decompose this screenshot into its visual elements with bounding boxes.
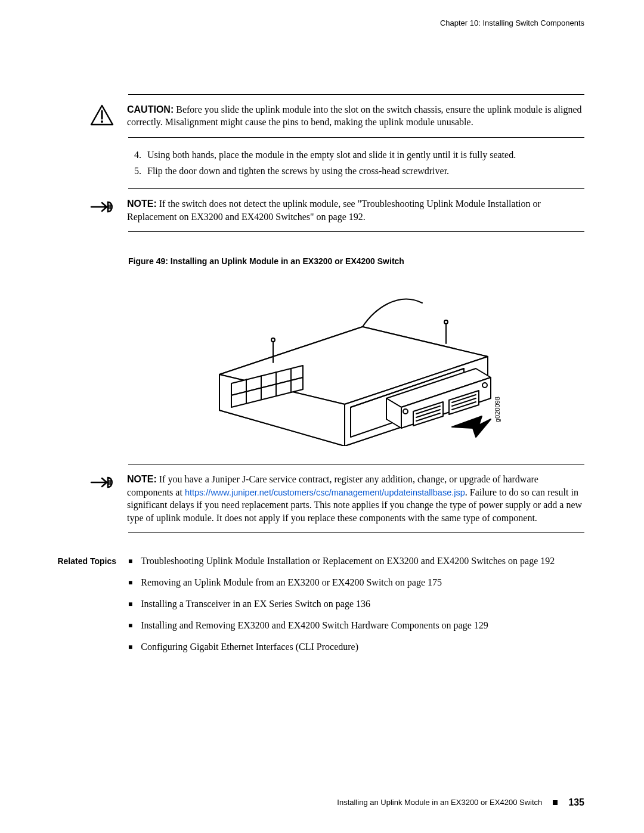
caution-label: CAUTION: [127,104,174,114]
page: Chapter 10: Installing Switch Components… [0,0,644,833]
related-topic-item: ■ Configuring Gigabit Ethernet Interface… [128,640,584,654]
bullet-icon: ■ [128,619,132,632]
bullet-icon: ■ [128,555,132,568]
figure: g020098 [128,273,584,446]
related-topics-list: ■ Troubleshooting Uplink Module Installa… [128,555,584,662]
note-text: If the switch does not detect the uplink… [127,199,541,222]
note-callout: NOTE: If the switch does not detect the … [128,189,584,231]
rule [128,532,584,533]
note-callout: NOTE: If you have a Juniper J-Care servi… [128,465,584,532]
step-item: 4. Using both hands, place the module in… [128,148,584,162]
related-topic-text: Removing an Uplink Module from an EX3200… [141,576,442,589]
note-icon [88,473,116,492]
note-link[interactable]: https://www.juniper.net/customers/csc/ma… [185,488,465,497]
bullet-icon: ■ [128,576,132,589]
note-body: NOTE: If you have a Juniper J-Care servi… [127,473,584,524]
svg-point-33 [482,383,487,388]
related-topic-text: Troubleshooting Uplink Module Installati… [141,555,555,568]
caution-icon [88,103,116,126]
caution-text: Before you slide the uplink module into … [127,104,582,128]
related-topic-item: ■ Installing and Removing EX3200 and EX4… [128,619,584,632]
step-item: 5. Flip the door down and tighten the sc… [128,165,584,178]
page-footer: Installing an Uplink Module in an EX3200… [60,796,584,809]
step-text: Flip the door down and tighten the screw… [147,165,584,178]
step-number: 5. [128,165,141,178]
svg-point-32 [403,409,408,414]
note-label: NOTE: [127,199,157,209]
svg-point-2 [101,120,103,123]
note-body: NOTE: If the switch does not detect the … [127,197,584,223]
figure-illustration: g020098 [208,273,506,446]
bullet-icon: ■ [128,597,132,611]
bullet-icon: ■ [128,640,132,654]
figure-id-label: g020098 [494,397,501,422]
svg-point-12 [444,320,448,324]
related-topic-item: ■ Installing a Transceiver in an EX Seri… [128,597,584,611]
svg-point-10 [271,338,275,342]
note-icon [88,197,116,216]
content-column: CAUTION: Before you slide the uplink mod… [128,94,584,662]
related-topic-text: Installing a Transceiver in an EX Series… [141,597,370,611]
related-topics: Related Topics ■ Troubleshooting Uplink … [128,555,584,662]
svg-marker-34 [452,416,491,437]
step-text: Using both hands, place the module in th… [147,148,584,162]
caution-body: CAUTION: Before you slide the uplink mod… [127,103,584,129]
footer-marker-icon [553,800,558,805]
caution-callout: CAUTION: Before you slide the uplink mod… [128,95,584,137]
related-topic-text: Installing and Removing EX3200 and EX420… [141,619,488,632]
running-header: Chapter 10: Installing Switch Components [60,18,584,29]
rule [128,137,584,138]
page-number: 135 [568,796,584,809]
related-topic-item: ■ Troubleshooting Uplink Module Installa… [128,555,584,568]
rule [128,231,584,232]
footer-title: Installing an Uplink Module in an EX3200… [337,797,542,808]
step-number: 4. [128,148,141,162]
figure-caption: Figure 49: Installing an Uplink Module i… [128,256,584,267]
related-topics-label: Related Topics [45,555,116,662]
steps-list: 4. Using both hands, place the module in… [128,148,584,178]
note-label: NOTE: [127,474,157,484]
related-topic-text: Configuring Gigabit Ethernet Interfaces … [141,640,358,654]
related-topic-item: ■ Removing an Uplink Module from an EX32… [128,576,584,589]
